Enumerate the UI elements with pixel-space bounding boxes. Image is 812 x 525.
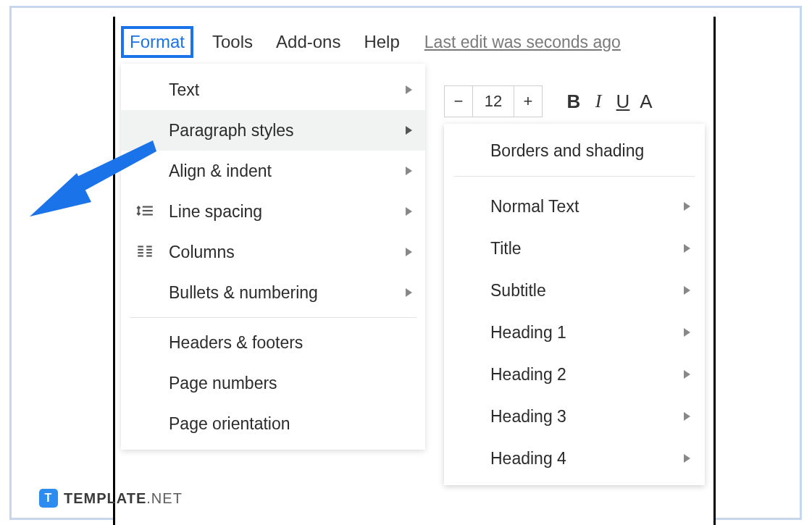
menu-tools[interactable]: Tools [208, 29, 257, 55]
menu-item-columns[interactable]: Columns [121, 232, 425, 272]
watermark-logo-icon: T [39, 489, 58, 508]
menu-item-label: Page numbers [169, 374, 277, 393]
submenu-heading-4[interactable]: Heading 4 [444, 437, 705, 479]
columns-icon [135, 242, 156, 262]
menu-item-headers-footers[interactable]: Headers & footers [121, 322, 425, 363]
menu-format[interactable]: Format [121, 26, 193, 58]
submenu-heading-3[interactable]: Heading 3 [444, 395, 705, 437]
menu-item-page-orientation[interactable]: Page orientation [121, 403, 425, 444]
underline-button[interactable]: U [611, 85, 635, 117]
submenu-borders-shading[interactable]: Borders and shading [444, 130, 705, 172]
menu-item-label: Page orientation [169, 414, 290, 434]
fontsize-decrease-button[interactable]: − [444, 85, 473, 117]
app-area: Format Tools Add-ons Help Last edit was … [113, 17, 716, 525]
menubar: Format Tools Add-ons Help Last edit was … [121, 25, 621, 59]
menu-item-label: Line spacing [169, 202, 262, 222]
submenu-item-label: Subtitle [490, 281, 546, 301]
menu-item-bullets-numbering[interactable]: Bullets & numbering [121, 272, 425, 313]
submenu-item-label: Heading 1 [490, 323, 566, 343]
menu-item-label: Headers & footers [169, 333, 303, 353]
bold-button[interactable]: B [561, 85, 586, 117]
toolbar: − 12 + B I U A [444, 83, 657, 120]
menu-item-align-indent[interactable]: Align & indent [121, 151, 425, 191]
submenu-heading-2[interactable]: Heading 2 [444, 353, 705, 395]
outer-frame: Format Tools Add-ons Help Last edit was … [9, 6, 802, 520]
menu-addons[interactable]: Add-ons [272, 29, 345, 55]
menu-item-line-spacing[interactable]: Line spacing [121, 191, 425, 232]
submenu-heading-1[interactable]: Heading 1 [444, 311, 705, 353]
italic-button[interactable]: I [586, 85, 611, 117]
submenu-subtitle[interactable]: Subtitle [444, 269, 705, 311]
watermark: T TEMPLATE.NET [39, 489, 183, 508]
menu-item-label: Align & indent [169, 161, 272, 181]
submenu-item-label: Title [490, 239, 522, 259]
svg-marker-12 [30, 173, 91, 217]
paragraph-styles-submenu: Borders and shading Normal Text Title Su… [444, 124, 705, 485]
fontsize-input[interactable]: 12 [473, 85, 514, 117]
text-color-button[interactable]: A [635, 85, 657, 117]
menu-item-text[interactable]: Text [121, 70, 425, 110]
format-dropdown-menu: Text Paragraph styles Align & indent Lin… [121, 64, 425, 450]
menu-help[interactable]: Help [359, 29, 403, 55]
menu-item-label: Paragraph styles [169, 121, 294, 140]
menu-item-page-numbers[interactable]: Page numbers [121, 363, 425, 403]
menu-item-label: Bullets & numbering [169, 283, 318, 303]
submenu-item-label: Normal Text [490, 197, 579, 217]
menu-item-label: Text [169, 80, 199, 100]
submenu-normal-text[interactable]: Normal Text [444, 185, 705, 227]
submenu-title[interactable]: Title [444, 227, 705, 269]
submenu-item-label: Heading 2 [490, 365, 566, 385]
submenu-item-label: Heading 4 [490, 449, 566, 469]
menu-item-label: Columns [169, 243, 235, 262]
menu-item-paragraph-styles[interactable]: Paragraph styles [121, 110, 425, 151]
last-edit-link[interactable]: Last edit was seconds ago [424, 33, 621, 52]
line-spacing-icon [135, 201, 156, 222]
submenu-separator [454, 176, 695, 177]
fontsize-increase-button[interactable]: + [514, 85, 543, 117]
watermark-text: TEMPLATE.NET [64, 490, 183, 507]
submenu-item-label: Heading 3 [490, 407, 566, 427]
menu-separator [130, 317, 417, 318]
submenu-item-label: Borders and shading [490, 141, 644, 161]
